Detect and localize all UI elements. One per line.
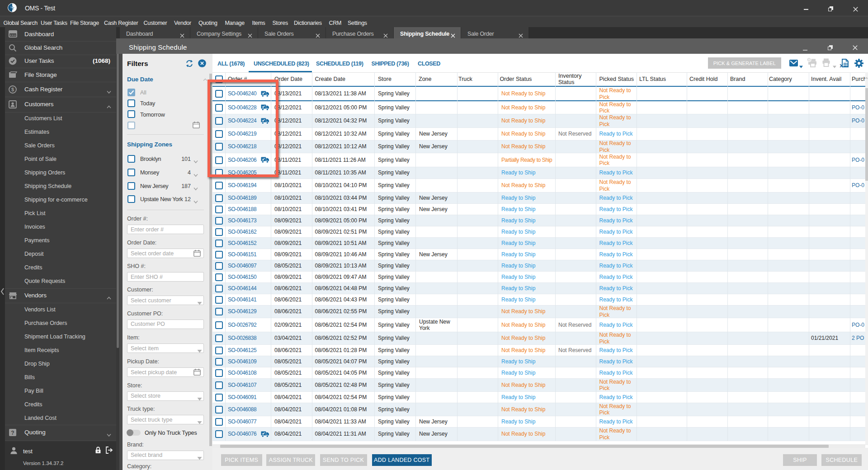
svg-text:?: ? <box>11 430 14 436</box>
svg-text:$: $ <box>11 87 14 92</box>
svg-text:x: x <box>840 62 843 68</box>
